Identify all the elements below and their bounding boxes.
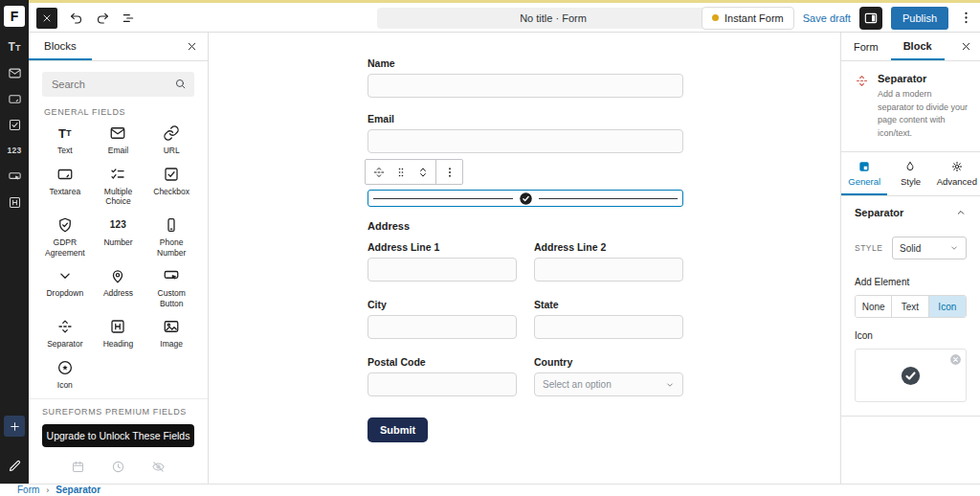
- tab-advanced[interactable]: Advanced: [934, 152, 980, 195]
- rail-custom-button-block[interactable]: [2, 168, 27, 185]
- address-line1-input[interactable]: [368, 258, 517, 282]
- address-line2-input[interactable]: [534, 258, 683, 282]
- settings-close-button[interactable]: [960, 33, 972, 60]
- breadcrumb-separator-block[interactable]: Separator: [56, 485, 100, 495]
- block-item-address[interactable]: Address: [92, 267, 145, 308]
- block-item-number[interactable]: 123Number: [92, 216, 145, 258]
- block-mover-button[interactable]: [412, 160, 434, 184]
- add-element-segmented-control: None Text Icon: [855, 295, 967, 318]
- toggle-inserter-button[interactable]: [36, 8, 57, 29]
- email-field-block[interactable]: Email: [368, 113, 683, 153]
- add-block-button[interactable]: [4, 416, 25, 437]
- block-item-label: URL: [164, 146, 180, 156]
- rail-text-block[interactable]: TT: [2, 38, 27, 56]
- instant-form-button[interactable]: Instant Form: [702, 7, 794, 30]
- block-item-gdpr[interactable]: GDPR Agreement: [38, 216, 92, 258]
- address-line1-block[interactable]: Address Line 1: [368, 241, 517, 282]
- search-input[interactable]: [42, 72, 194, 97]
- gdpr-shield-icon: [56, 216, 74, 234]
- separator-section-header[interactable]: Separator: [841, 196, 980, 227]
- address-fields-grid: Address Line 1 Address Line 2 City State…: [368, 241, 683, 396]
- rail-email-block[interactable]: [2, 64, 27, 81]
- tab-general[interactable]: General: [841, 152, 887, 195]
- postal-code-input[interactable]: [368, 372, 517, 396]
- block-item-icon[interactable]: Icon: [38, 359, 92, 391]
- list-view-button[interactable]: [117, 7, 140, 30]
- country-block[interactable]: Country Select an option: [534, 356, 683, 396]
- city-block[interactable]: City: [368, 299, 517, 339]
- block-item-image[interactable]: Image: [145, 318, 198, 349]
- rail-textarea-block[interactable]: [2, 90, 27, 107]
- breadcrumb-bar: Form › Separator: [0, 484, 980, 496]
- save-draft-button[interactable]: Save draft: [803, 12, 851, 24]
- block-options-button[interactable]: [438, 160, 460, 184]
- block-item-email[interactable]: Email: [92, 124, 145, 156]
- sureforms-logo[interactable]: F: [0, 0, 29, 33]
- add-element-none[interactable]: None: [856, 296, 892, 317]
- state-block[interactable]: State: [534, 299, 683, 339]
- remove-circle-icon: [949, 353, 962, 366]
- state-input[interactable]: [534, 315, 683, 339]
- tab-style[interactable]: Style: [887, 152, 933, 195]
- blocks-panel-close-button[interactable]: [186, 33, 198, 60]
- publish-button[interactable]: Publish: [891, 7, 948, 30]
- tab-block[interactable]: Block: [891, 33, 945, 60]
- name-input[interactable]: [368, 74, 683, 98]
- icon-picker-preview[interactable]: [855, 349, 967, 402]
- tab-form[interactable]: Form: [841, 33, 891, 60]
- block-item-custom-button[interactable]: Custom Button: [145, 267, 198, 308]
- instant-form-label: Instant Form: [724, 12, 784, 24]
- document-title-button[interactable]: No title · Form ⌘K: [377, 8, 729, 29]
- calendar-icon: [71, 460, 85, 474]
- block-item-label: Textarea: [50, 187, 81, 197]
- separator-block-selected[interactable]: [368, 190, 683, 207]
- block-item-phone[interactable]: Phone Number: [145, 216, 198, 258]
- block-item-url[interactable]: URL: [145, 124, 198, 156]
- clock-icon: [111, 460, 125, 474]
- add-element-icon[interactable]: Icon: [929, 296, 966, 317]
- undo-button[interactable]: [65, 7, 88, 30]
- remove-icon-button[interactable]: [949, 353, 962, 366]
- edit-mode-button[interactable]: [2, 457, 27, 474]
- address-line2-block[interactable]: Address Line 2: [534, 241, 683, 282]
- rail-checkbox-block[interactable]: [2, 116, 27, 133]
- address-field-label: Address: [368, 220, 683, 232]
- textarea-icon: [56, 166, 74, 183]
- kebab-icon: [443, 166, 457, 179]
- block-item-textarea[interactable]: Textarea: [38, 166, 92, 207]
- block-item-separator[interactable]: Separator: [38, 318, 92, 349]
- breadcrumb-form[interactable]: Form: [17, 485, 39, 495]
- block-item-heading[interactable]: Heading: [92, 318, 145, 349]
- add-element-text[interactable]: Text: [892, 296, 928, 317]
- block-type-button[interactable]: [368, 160, 390, 184]
- block-item-text[interactable]: TTText: [38, 124, 92, 156]
- email-input[interactable]: [368, 129, 683, 153]
- address-line2-label: Address Line 2: [534, 241, 683, 253]
- block-item-multiple-choice[interactable]: Multiple Choice: [92, 166, 145, 207]
- style-select[interactable]: Solid: [892, 237, 967, 259]
- separator-icon: [372, 166, 386, 179]
- block-item-dropdown[interactable]: Dropdown: [38, 267, 92, 308]
- block-item-label: Email: [108, 146, 128, 156]
- block-item-label: Separator: [47, 339, 82, 349]
- rail-heading-block[interactable]: [2, 193, 27, 211]
- breadcrumb-separator: ›: [46, 486, 49, 495]
- upgrade-button[interactable]: Upgrade to Unlock These Fields: [42, 424, 194, 447]
- city-input[interactable]: [368, 315, 517, 339]
- premium-fields-section: SUREFORMS PREMIUM FIELDS Upgrade to Unlo…: [29, 398, 208, 484]
- country-select[interactable]: Select an option: [534, 372, 683, 396]
- close-icon: [960, 40, 972, 53]
- move-up-down-icon: [416, 166, 430, 179]
- drag-handle[interactable]: [390, 160, 412, 184]
- name-field-block[interactable]: Name: [368, 57, 683, 98]
- block-item-checkbox[interactable]: Checkbox: [145, 166, 198, 207]
- settings-panel-toggle-button[interactable]: [859, 7, 882, 30]
- country-select-value: Select an option: [543, 379, 612, 390]
- redo-button[interactable]: [91, 7, 114, 30]
- options-menu-button[interactable]: [957, 7, 974, 30]
- tab-blocks[interactable]: Blocks: [29, 33, 92, 60]
- style-setting-row: STYLE Solid: [841, 227, 980, 263]
- postal-code-block[interactable]: Postal Code: [368, 356, 517, 396]
- submit-button[interactable]: Submit: [368, 417, 428, 442]
- rail-number-block[interactable]: 123: [2, 142, 27, 159]
